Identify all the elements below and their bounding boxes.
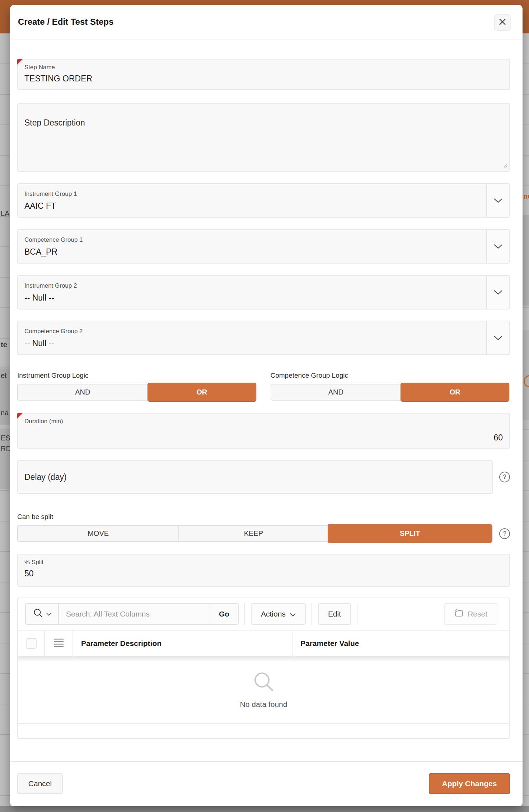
dialog-body: Step Name TESTING ORDER Step Description…: [10, 39, 523, 739]
question-mark-icon: ?: [503, 473, 506, 481]
competence-group-2-value: -- Null --: [24, 339, 477, 348]
competence-group-logic-toggle: AND OR: [271, 384, 510, 401]
competence-group-logic-label: Competence Group Logic: [271, 372, 510, 380]
competence-group-2-select[interactable]: Competence Group 2 -- Null --: [17, 321, 510, 355]
can-be-split-label: Can be split: [17, 513, 510, 521]
chevron-down-icon[interactable]: [486, 184, 509, 217]
instrument-group-logic-toggle: AND OR: [17, 384, 257, 401]
dialog-header: Create / Edit Test Steps: [10, 5, 523, 39]
actions-button-label: Actions: [261, 610, 286, 618]
instrument-group-1-label: Instrument Group 1: [24, 190, 477, 198]
toolbar-separator: [312, 603, 312, 625]
background-row: [523, 215, 529, 306]
reset-button-label: Reset: [468, 610, 487, 618]
select-all-checkbox[interactable]: [26, 638, 37, 649]
duration-field[interactable]: Duration (min) 60: [17, 413, 510, 449]
background-table-left: [0, 33, 10, 806]
question-mark-icon: ?: [503, 530, 506, 537]
grid-header-row: Parameter Description Parameter Value: [18, 630, 509, 656]
step-name-label: Step Name: [24, 64, 503, 71]
select-all-cell: [18, 631, 45, 656]
split-move-option[interactable]: MOVE: [18, 526, 178, 541]
create-edit-test-steps-dialog: Create / Edit Test Steps Step Name TESTI…: [10, 5, 523, 806]
toolbar-separator: [244, 603, 245, 625]
competence-logic-or-option[interactable]: OR: [401, 383, 509, 402]
edit-button[interactable]: Edit: [318, 603, 351, 625]
grid-toolbar: Go Actions Edit Res: [18, 598, 509, 630]
instrument-group-logic-label: Instrument Group Logic: [17, 372, 257, 380]
background-text-fragment: et: [1, 372, 7, 380]
resize-grip-icon[interactable]: [502, 163, 507, 169]
background-table-right: [523, 33, 529, 806]
cancel-button[interactable]: Cancel: [17, 773, 63, 794]
edit-button-label: Edit: [328, 610, 341, 618]
instrument-group-logic: Instrument Group Logic AND OR: [17, 372, 257, 401]
chevron-down-icon: [46, 611, 51, 617]
background-text-fragment: LA: [1, 209, 9, 218]
instrument-group-2-label: Instrument Group 2: [24, 282, 477, 289]
background-text-fragment: RD: [1, 445, 11, 453]
search-icon: [33, 608, 44, 620]
step-description-field[interactable]: Step Description: [17, 103, 510, 172]
background-text-fragment: ne: [523, 192, 529, 200]
delay-help-button[interactable]: ?: [499, 472, 510, 482]
step-name-value: TESTING ORDER: [24, 74, 503, 84]
toolbar-separator: [357, 603, 357, 625]
no-data-message: No data found: [240, 700, 287, 709]
dialog-footer: Cancel Apply Changes: [10, 761, 523, 806]
dialog-title: Create / Edit Test Steps: [18, 17, 113, 27]
chevron-down-icon: [290, 610, 296, 618]
search-scope-button[interactable]: [26, 604, 59, 624]
background-text-fragment: te: [1, 341, 7, 349]
instrument-group-1-value: AAIC FT: [24, 201, 477, 211]
percent-split-value: 50: [24, 569, 503, 579]
chevron-down-icon[interactable]: [486, 276, 509, 309]
grid-footer-row: [18, 723, 509, 738]
parameters-grid-region: Go Actions Edit Res: [17, 598, 510, 739]
step-name-field[interactable]: Step Name TESTING ORDER: [17, 59, 510, 90]
split-keep-option[interactable]: KEEP: [178, 526, 328, 541]
competence-group-1-label: Competence Group 1: [24, 236, 477, 244]
competence-group-2-label: Competence Group 2: [24, 328, 477, 335]
can-be-split-row: MOVE KEEP SPLIT ?: [17, 525, 510, 542]
close-button[interactable]: [494, 14, 511, 31]
competence-logic-and-option[interactable]: AND: [271, 384, 401, 400]
delay-label: Delay (day): [24, 472, 67, 482]
search-icon: [253, 671, 275, 694]
percent-split-label: % Split: [24, 559, 503, 566]
duration-value: 60: [24, 433, 503, 443]
apply-changes-button[interactable]: Apply Changes: [429, 773, 510, 794]
split-help-button[interactable]: ?: [499, 528, 510, 539]
split-split-option[interactable]: SPLIT: [328, 524, 492, 543]
background-text-fragment: ES: [1, 434, 10, 442]
can-be-split-toggle: MOVE KEEP SPLIT: [17, 525, 493, 542]
instrument-logic-and-option[interactable]: AND: [18, 384, 148, 400]
delay-row: Delay (day) ?: [17, 460, 510, 494]
close-icon: [498, 18, 506, 27]
delay-field[interactable]: Delay (day): [17, 460, 493, 494]
grid-empty-state: No data found: [18, 656, 509, 723]
chevron-down-icon[interactable]: [486, 321, 509, 354]
background-bottom-band: [0, 806, 529, 812]
column-header-parameter-value[interactable]: Parameter Value: [293, 631, 509, 656]
competence-group-logic: Competence Group Logic AND OR: [271, 372, 510, 401]
reset-button[interactable]: Reset: [444, 603, 497, 625]
search-input[interactable]: [59, 604, 210, 624]
row-menu-cell[interactable]: [45, 631, 73, 656]
instrument-group-2-value: -- Null --: [24, 293, 477, 303]
instrument-group-1-select[interactable]: Instrument Group 1 AAIC FT: [17, 183, 510, 218]
actions-button[interactable]: Actions: [251, 603, 306, 625]
competence-group-1-value: BCA_PR: [24, 247, 477, 257]
search-group: Go: [25, 603, 239, 625]
go-button[interactable]: Go: [210, 604, 238, 624]
competence-group-1-select[interactable]: Competence Group 1 BCA_PR: [17, 229, 510, 264]
duration-label: Duration (min): [24, 418, 503, 425]
reset-icon: [454, 608, 464, 620]
chevron-down-icon[interactable]: [486, 230, 509, 263]
percent-split-field[interactable]: % Split 50: [17, 554, 510, 587]
instrument-group-2-select[interactable]: Instrument Group 2 -- Null --: [17, 275, 510, 310]
column-header-parameter-description[interactable]: Parameter Description: [73, 631, 293, 656]
background-text-fragment: na: [1, 409, 9, 417]
instrument-logic-or-option[interactable]: OR: [148, 383, 256, 402]
step-description-label: Step Description: [24, 118, 503, 128]
